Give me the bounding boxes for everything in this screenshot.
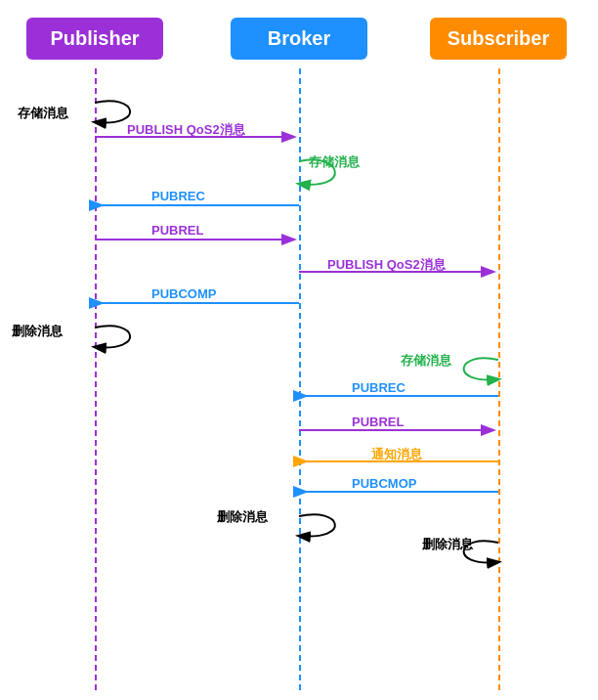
header-broker: Broker	[231, 18, 367, 60]
broker-label: Broker	[268, 27, 330, 49]
diagram: Publisher Broker Subscriber	[0, 0, 598, 700]
label-notify: 通知消息	[371, 446, 422, 463]
label-pub-broker-publish: PUBLISH QoS2消息	[127, 121, 245, 139]
subscriber-label: Subscriber	[448, 27, 549, 49]
label-broker-sub-publish: PUBLISH QoS2消息	[327, 256, 446, 274]
header-subscriber: Subscriber	[430, 18, 567, 60]
vline-broker	[299, 68, 301, 690]
label-pubcomp: PUBCOMP	[151, 286, 216, 301]
publisher-label: Publisher	[50, 27, 139, 49]
label-pubrel-2: PUBREL	[352, 415, 404, 429]
header-publisher: Publisher	[26, 18, 163, 60]
label-broker-store: 存储消息	[309, 153, 360, 171]
label-broker-delete: 删除消息	[217, 508, 268, 526]
label-pub-delete: 删除消息	[12, 323, 63, 340]
vline-subscriber	[498, 68, 500, 690]
label-pub-store: 存储消息	[18, 105, 68, 122]
label-pubcmop: PUBCMOP	[352, 476, 416, 491]
label-pubrec-2: PUBREC	[352, 380, 406, 395]
label-sub-store: 存储消息	[401, 352, 451, 370]
label-pubrec-1: PUBREC	[151, 189, 205, 203]
label-sub-delete: 删除消息	[422, 536, 473, 553]
vline-publisher	[95, 68, 97, 690]
label-pubrel-1: PUBREL	[151, 223, 203, 238]
